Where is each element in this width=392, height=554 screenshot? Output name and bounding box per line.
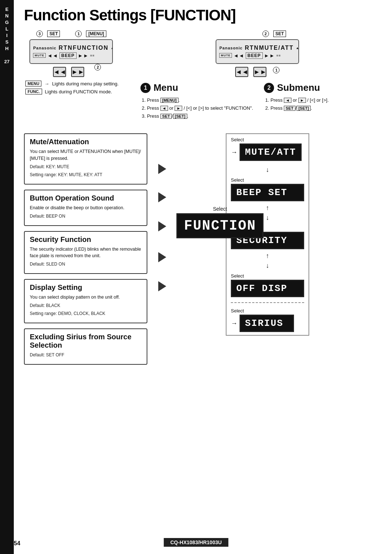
arrow-mute-att: →: [231, 149, 237, 156]
mute-desc: You can select MUTE or ATTENUATION when …: [30, 148, 142, 162]
select-label-function: Select: [213, 206, 227, 212]
seek-back-right[interactable]: ◄◄: [235, 67, 248, 77]
select-beep-set-group: Select BEEP SET: [231, 176, 304, 203]
language-bar: ENGLISH 27: [0, 0, 14, 554]
menu-step-1: Press [MENU].: [147, 96, 253, 104]
menu-section: 1 Menu Press [MENU]. Press ◄ or ► / [<] …: [140, 82, 253, 120]
arrow-sirius: →: [231, 320, 237, 327]
step-circle-3: 3: [36, 31, 43, 37]
select-off-disp-group: Select OFF DISP: [231, 272, 304, 299]
step-circle-1-right: 1: [273, 67, 279, 73]
feature-mute-attenuation: Mute/Attenuation You can select MUTE or …: [24, 133, 147, 185]
button-op-title: Button Operation Sound: [30, 194, 142, 202]
feature-sirius: Excluding Sirius from Source Selection D…: [24, 328, 147, 365]
device-diagram-left: 3 SET 1 [MENU] Panasonic RTNFUNCTION ▲: [24, 31, 119, 77]
arrow-down-3: ↓: [231, 262, 304, 270]
security-default: Default: SLED ON: [30, 261, 142, 267]
device-diagram-right: 2 SET Panasonic RTNMUTE/ATT ▲ MUTE ◄◄: [133, 31, 382, 77]
mute-title: Mute/Attenuation: [30, 138, 142, 146]
submenu-title: Submenu: [277, 82, 320, 93]
off-disp-display: OFF DISP: [231, 280, 304, 297]
set-label-right: SET: [273, 31, 286, 37]
submenu-step-2: Press SET/[SET].: [270, 104, 328, 112]
arrow-sirius: [158, 281, 166, 291]
section-number: 27: [4, 59, 9, 64]
menu-label-left: [MENU]: [86, 31, 106, 37]
menu-step-3: Press SET/[SET].: [147, 112, 253, 120]
select-sirius-group: Select → SIRIUS: [231, 307, 304, 332]
seek-back-left[interactable]: ◄◄: [53, 67, 66, 77]
select-mute-att-group: Select → MUTE/ATT: [231, 137, 304, 164]
button-op-default: Default: BEEP ON: [30, 213, 142, 219]
display-desc: You can select display pattern on the un…: [30, 294, 142, 301]
function-display: FUNCTION: [176, 213, 264, 238]
button-op-desc: Enable or disable the beep or button ope…: [30, 205, 142, 211]
display-title: Display Setting: [30, 283, 142, 292]
feature-column: Mute/Attenuation You can select MUTE or …: [24, 133, 147, 365]
center-column: Select FUNCTION: [147, 133, 220, 365]
menu-steps: Press [MENU]. Press ◄ or ► / [<] or [>] …: [140, 96, 253, 120]
arrow-legend: →: [44, 81, 49, 86]
select-sirius-label: Select: [231, 308, 304, 314]
page-number: 54: [14, 540, 20, 547]
sirius-default: Default: SET OFF: [30, 352, 142, 358]
menu-num: 1: [140, 83, 151, 93]
arrow-mute: [158, 164, 166, 174]
feature-security: Security Function The security indicator…: [24, 231, 147, 274]
seek-fwd-right[interactable]: ►►: [253, 67, 266, 77]
step-circle-2-left: 2: [94, 64, 101, 70]
mute-range: Setting range: KEY: MUTE, KEY: ATT: [30, 171, 142, 178]
device-image-left: Panasonic RTNFUNCTION ▲ MUTE ◄◄ BEEP ►► …: [29, 39, 113, 64]
right-column: Select → MUTE/ATT ↓ Select BEEP SET: [226, 133, 309, 365]
func-legend-text: Lights during FUNCTION mode.: [45, 89, 112, 94]
page-title: Function Settings [FUNCTION]: [24, 7, 382, 24]
display-default: Default: BLACK: [30, 302, 142, 309]
step-circle-2-right: 2: [262, 31, 269, 37]
beep-set-display: BEEP SET: [231, 184, 304, 201]
mute-att-display: MUTE/ATT: [240, 143, 302, 161]
model-number: CQ-HX1083/HR1003U: [164, 538, 228, 547]
device-image-right: Panasonic RTNMUTE/ATT ▲ MUTE ◄◄ BEEP ►► …: [216, 39, 299, 64]
arrow-display: [158, 252, 166, 262]
step-circle-1: 1: [75, 31, 82, 37]
legend: MENU → Lights during menu play setting. …: [25, 81, 119, 94]
dashed-separator: [231, 302, 304, 303]
arrow-beep: [158, 192, 166, 202]
set-label-left: SET: [47, 31, 60, 37]
submenu-num: 2: [264, 83, 274, 93]
submenu-section: 2 Submenu Press ◄ or ► / [<] or [>]. Pre…: [264, 82, 328, 120]
submenu-step-1: Press ◄ or ► / [<] or [>].: [270, 96, 328, 104]
security-desc: The security indicator (LED) blinks when…: [30, 246, 142, 260]
arrow-up-2: ↑: [231, 252, 304, 260]
feature-display: Display Setting You can select display p…: [24, 279, 147, 323]
sirius-display: SIRIUS: [240, 315, 294, 332]
sirius-title: Excluding Sirius from Source Selection: [30, 333, 142, 349]
feature-button-op: Button Operation Sound Enable or disable…: [24, 190, 147, 226]
func-box-legend: FUNC.: [25, 89, 42, 94]
select-mute-label: Select: [231, 137, 304, 142]
mute-default: Default: KEY: MUTE: [30, 163, 142, 170]
seek-fwd-left[interactable]: ►►: [71, 67, 84, 77]
submenu-steps: Press ◄ or ► / [<] or [>]. Press SET/[SE…: [264, 96, 328, 112]
menu-legend-text: Lights during menu play setting.: [52, 81, 119, 86]
menu-box-legend: MENU: [25, 81, 41, 86]
arrow-security: [158, 221, 166, 231]
arrow-down-1: ↓: [231, 166, 304, 174]
menu-title: Menu: [154, 82, 178, 93]
menu-step-2: Press ◄ or ► / [<] or [>] to select "FUN…: [147, 104, 253, 112]
select-beep-label: Select: [231, 177, 304, 183]
select-off-disp-label: Select: [231, 273, 304, 279]
display-range: Setting range: DEMO, CLOCK, BLACK: [30, 310, 142, 317]
security-title: Security Function: [30, 235, 142, 244]
language-label: ENGLISH: [4, 7, 10, 52]
